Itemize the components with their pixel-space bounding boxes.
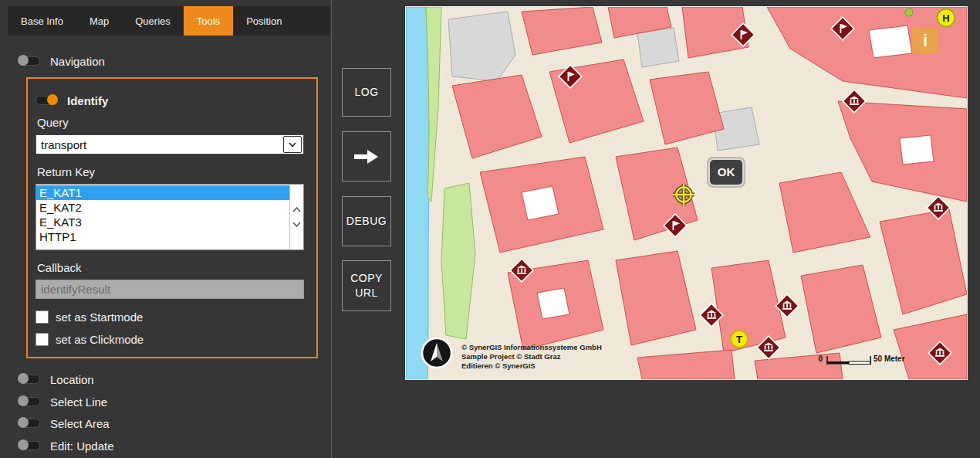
tram-stop-t-badge[interactable]: T [731, 331, 748, 348]
callback-input[interactable] [35, 280, 304, 299]
location-toggle-switch[interactable] [19, 375, 40, 384]
edit-update-label: Edit: Update [50, 439, 114, 453]
toggle-dot [18, 395, 29, 406]
toggle-dot [18, 439, 29, 450]
toggle-row-navigation[interactable]: Navigation [19, 53, 105, 69]
query-select-value: transport [36, 138, 283, 151]
startmode-checkbox-row[interactable]: set as Startmode [35, 310, 143, 324]
badge-t-letter: T [736, 334, 742, 345]
right-arrow-icon [354, 148, 379, 165]
identify-section: Identify Query transport Return Key E_KA… [26, 77, 318, 358]
list-item[interactable]: E_KAT1 [36, 185, 290, 200]
log-button[interactable]: LOG [342, 68, 391, 117]
navigation-label: Navigation [50, 55, 105, 68]
log-button-label: LOG [354, 85, 378, 100]
map-copyright: © SynerGIS Informationssysteme GmbH Samp… [461, 343, 602, 370]
map-view[interactable]: H T OK [405, 6, 968, 380]
toggle-row-edit-update[interactable]: Edit: Update [19, 438, 114, 453]
query-label: Query [37, 116, 69, 129]
clickmode-checkbox-row[interactable]: set as Clickmode [35, 332, 144, 346]
startmode-checkbox[interactable] [35, 310, 49, 324]
scroll-up-icon[interactable] [292, 207, 301, 212]
copy-url-button[interactable]: COPY URL [342, 260, 391, 311]
tab-bar: Base Info Map Queries Tools Position [8, 6, 330, 36]
select-line-label: Select Line [50, 395, 107, 409]
listbox-scrollbar[interactable] [289, 185, 303, 249]
location-label: Location [50, 373, 94, 386]
debug-button[interactable]: DEBUG [342, 196, 391, 246]
startmode-label: set as Startmode [56, 310, 143, 324]
toggle-dot [18, 373, 29, 384]
select-line-toggle-switch[interactable] [19, 397, 40, 406]
badge-h-letter: H [942, 12, 949, 24]
toggle-dot [18, 55, 29, 66]
toggle-row-select-area[interactable]: Select Area [19, 416, 110, 431]
tab-map[interactable]: Map [76, 6, 122, 36]
tab-position[interactable]: Position [233, 6, 295, 36]
tab-label: Position [246, 15, 282, 27]
copy-url-label-line2: URL [355, 286, 378, 300]
debug-button-label: DEBUG [346, 214, 387, 229]
listbox-items: E_KAT1 E_KAT2 E_KAT3 HTTP1 [36, 185, 290, 244]
navigation-toggle-switch[interactable] [19, 56, 40, 66]
info-icon: i [923, 31, 928, 50]
app-window: Base Info Map Queries Tools Position Nav… [0, 0, 980, 458]
copyright-line3: Editieren © SynerGIS [461, 361, 536, 370]
toggle-row-location[interactable]: Location [19, 371, 94, 387]
clickmode-checkbox[interactable] [35, 333, 49, 346]
info-button[interactable]: i [912, 27, 938, 53]
query-select[interactable]: transport [35, 134, 304, 154]
tab-label: Base Info [21, 15, 63, 27]
scale-start-label: 0 [818, 355, 823, 363]
bus-stop-h-badge[interactable]: H [938, 9, 955, 27]
list-item[interactable]: E_KAT3 [36, 215, 290, 229]
clickmode-label: set as Clickmode [56, 333, 144, 346]
chevron-down-icon[interactable] [283, 136, 302, 153]
callback-label: Callback [37, 261, 82, 274]
river-water [406, 7, 431, 379]
select-area-label: Select Area [50, 417, 110, 430]
compass-icon [422, 338, 451, 368]
tab-base-info[interactable]: Base Info [8, 6, 76, 36]
ok-popup-button[interactable]: OK [707, 157, 745, 188]
toggle-dot [18, 417, 29, 428]
tab-queries[interactable]: Queries [122, 6, 184, 36]
next-arrow-button[interactable] [342, 131, 391, 182]
tab-label: Map [90, 15, 109, 27]
edit-update-toggle-switch[interactable] [19, 441, 40, 450]
toggle-row-select-line[interactable]: Select Line [19, 394, 107, 409]
tab-tools[interactable]: Tools [184, 6, 233, 36]
list-item[interactable]: E_KAT2 [36, 200, 290, 215]
copy-url-label-line1: COPY [350, 271, 383, 286]
scale-end-label: 50 Meter [874, 355, 905, 363]
toggle-dot [47, 94, 58, 105]
scroll-down-icon[interactable] [292, 222, 301, 227]
small-green-dot [905, 8, 913, 16]
tab-label: Queries [135, 15, 171, 27]
identify-label: Identify [67, 94, 108, 107]
ok-button-label: OK [718, 165, 735, 178]
return-key-listbox[interactable]: E_KAT1 E_KAT2 E_KAT3 HTTP1 [35, 184, 304, 250]
tab-label: Tools [197, 15, 220, 27]
list-item[interactable]: HTTP1 [36, 229, 290, 244]
identify-toggle-switch[interactable] [35, 96, 57, 105]
copyright-line2: Sample Project © Stadt Graz [461, 352, 561, 361]
toggle-row-identify[interactable]: Identify [35, 93, 108, 108]
copyright-line1: © SynerGIS Informationssysteme GmbH [461, 343, 602, 351]
panel-divider [331, 0, 332, 458]
select-area-toggle-switch[interactable] [19, 419, 40, 428]
return-key-label: Return Key [37, 165, 95, 178]
